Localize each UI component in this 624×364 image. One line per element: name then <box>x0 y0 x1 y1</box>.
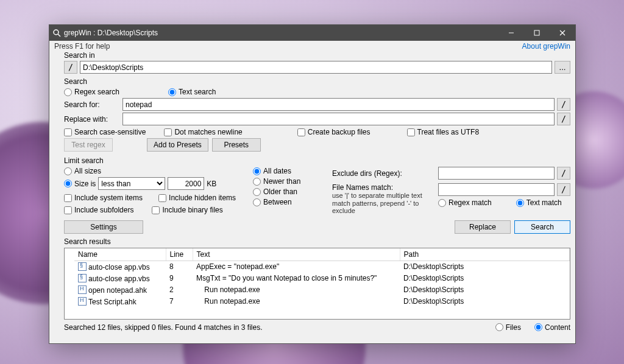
results-list[interactable]: Name Line Text Path auto-close app.vbs8A… <box>64 248 570 320</box>
file-icon <box>78 262 87 271</box>
svg-point-0 <box>54 30 58 35</box>
regex-search-radio[interactable] <box>64 88 72 96</box>
search-for-input[interactable] <box>122 98 555 111</box>
exclude-dirs-slash-button[interactable]: / <box>557 167 570 180</box>
status-text: Searched 12 files, skipped 0 files. Foun… <box>64 323 482 332</box>
maximize-button[interactable] <box>524 25 550 41</box>
add-presets-button[interactable]: Add to Presets <box>147 138 208 152</box>
include-hidden-check[interactable]: Include hidden items <box>158 194 236 202</box>
results-table: Name Line Text Path auto-close app.vbs8A… <box>74 248 570 307</box>
search-in-path-input[interactable] <box>80 61 552 74</box>
limit-section-label: Limit search <box>54 156 570 165</box>
help-hint: Press F1 for help <box>54 42 110 51</box>
text-search-radio[interactable] <box>168 88 176 96</box>
backup-check[interactable]: Create backup files <box>297 128 370 136</box>
table-row[interactable]: auto-close app.vbs9MsgTxt = "Do you want… <box>74 273 570 284</box>
file-icon <box>78 297 87 306</box>
all-sizes-radio[interactable]: All sizes <box>64 167 247 175</box>
exclude-dirs-label: Exclude dirs (Regex): <box>332 169 436 178</box>
search-for-label: Search for: <box>64 100 120 109</box>
results-section-label: Search results <box>54 237 570 246</box>
client-area: Press F1 for help About grepWin Search i… <box>49 41 575 343</box>
window-title: grepWin : D:\Desktop\Scripts <box>64 29 498 37</box>
filenames-label: File Names match: <box>332 183 436 192</box>
app-window: grepWin : D:\Desktop\Scripts Press F1 fo… <box>49 24 576 344</box>
replace-with-slash-button[interactable]: / <box>557 113 570 125</box>
col-name[interactable]: Name <box>74 248 166 261</box>
older-than-radio[interactable]: Older than <box>253 187 326 196</box>
include-binary-check[interactable]: Include binary files <box>152 206 222 214</box>
view-content-radio[interactable]: Content <box>534 323 570 332</box>
dot-newline-check[interactable]: Dot matches newline <box>164 128 242 136</box>
settings-button[interactable]: Settings <box>64 220 143 234</box>
filenames-slash-button[interactable]: / <box>557 183 570 196</box>
filenames-hint: use '|' to separate multiple text match … <box>332 192 436 215</box>
filenames-input[interactable] <box>438 183 555 196</box>
text-match-radio[interactable]: Text match <box>516 198 562 207</box>
minimize-button[interactable] <box>498 25 524 41</box>
replace-with-label: Replace with: <box>64 115 120 124</box>
browse-button[interactable]: ... <box>555 61 570 74</box>
size-op-select[interactable]: less than <box>98 177 165 190</box>
col-line[interactable]: Line <box>166 248 193 261</box>
table-row[interactable]: open notepad.ahk2 Run notepad.exeD:\Desk… <box>74 284 570 296</box>
search-for-slash-button[interactable]: / <box>557 98 570 111</box>
app-icon <box>49 29 64 37</box>
about-link[interactable]: About grepWin <box>522 42 570 51</box>
search-in-slash-button[interactable]: / <box>64 61 77 74</box>
file-icon <box>78 274 87 282</box>
replace-button[interactable]: Replace <box>455 220 511 234</box>
svg-rect-3 <box>534 30 539 35</box>
search-button[interactable]: Search <box>514 220 570 234</box>
text-search-radio-label[interactable]: Text search <box>168 88 216 96</box>
close-button[interactable] <box>550 25 575 41</box>
regex-search-radio-label[interactable]: Regex search <box>64 88 119 96</box>
presets-button[interactable]: Presets <box>212 138 261 152</box>
case-sensitive-check[interactable]: Search case-sensitive <box>64 128 146 136</box>
newer-than-radio[interactable]: Newer than <box>253 177 326 186</box>
table-row[interactable]: auto-close app.vbs8AppExec = "notepad.ex… <box>74 261 570 273</box>
svg-line-1 <box>58 34 60 37</box>
file-icon <box>78 285 87 294</box>
titlebar: grepWin : D:\Desktop\Scripts <box>49 25 575 41</box>
test-regex-button: Test regex <box>64 138 113 152</box>
exclude-dirs-input[interactable] <box>438 167 555 180</box>
size-is-radio[interactable]: Size is <box>64 180 96 188</box>
col-path[interactable]: Path <box>400 248 570 261</box>
view-files-radio[interactable]: Files <box>495 323 521 332</box>
all-dates-radio[interactable]: All dates <box>253 167 326 175</box>
include-system-check[interactable]: Include system items <box>64 194 143 202</box>
utf8-check[interactable]: Treat files as UTF8 <box>407 128 480 136</box>
regex-match-radio[interactable]: Regex match <box>438 198 492 207</box>
include-subfolders-check[interactable]: Include subfolders <box>64 206 133 214</box>
size-unit: KB <box>207 180 216 188</box>
between-radio[interactable]: Between <box>253 198 326 206</box>
table-row[interactable]: Test Script.ahk7 Run notepad.exeD:\Deskt… <box>74 296 570 307</box>
replace-with-input[interactable] <box>122 113 555 125</box>
size-value-input[interactable] <box>168 177 204 190</box>
col-text[interactable]: Text <box>193 248 400 261</box>
search-in-label: Search in <box>64 51 570 60</box>
search-section-label: Search <box>54 77 570 86</box>
